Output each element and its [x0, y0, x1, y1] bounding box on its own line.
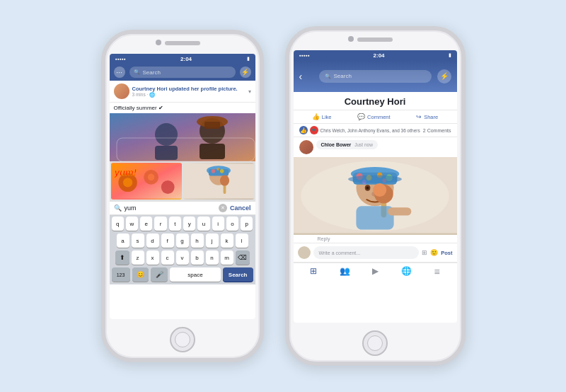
power-button[interactable]	[262, 98, 264, 126]
svg-point-20	[219, 169, 224, 173]
comment-label: Comment	[367, 114, 391, 120]
comment-content: Chloe Bower Just now	[316, 140, 378, 149]
key-t[interactable]: t	[169, 217, 181, 231]
comment-input-field[interactable]: Write a comment...	[313, 246, 420, 259]
key-n[interactable]: n	[206, 250, 219, 265]
left-statusbar: ●●●●● 2:04 ▮	[110, 54, 255, 64]
signal-icon: ●●●●●	[115, 57, 126, 61]
home-button-left[interactable]	[170, 327, 195, 352]
key-c[interactable]: c	[161, 250, 174, 265]
key-z[interactable]: z	[132, 250, 144, 265]
comment-button[interactable]: 💬 Comment	[357, 113, 391, 120]
yum-gif-svg: yum!	[111, 163, 182, 200]
back-button[interactable]: ‹	[299, 71, 303, 82]
dots-menu-icon[interactable]: ···	[114, 67, 125, 78]
power-button-right[interactable]	[463, 94, 466, 122]
commenter-name: Chloe Bower	[321, 142, 352, 147]
key-p[interactable]: p	[241, 217, 253, 231]
volume-up-button[interactable]	[101, 91, 103, 106]
fb-search-bar-left[interactable]: 🔍 Search	[129, 67, 236, 78]
post-comment-button[interactable]: Post	[441, 250, 452, 256]
svg-point-43	[373, 183, 386, 197]
post-chevron-icon[interactable]: ▾	[248, 88, 251, 95]
key-v[interactable]: v	[176, 250, 189, 265]
post-time: 3 mins · 🌐	[132, 92, 246, 98]
gif-main-image	[110, 113, 255, 161]
nav-tab-friends[interactable]: 👥	[340, 266, 350, 277]
gif-input-icon[interactable]: ⊞	[422, 249, 427, 256]
key-a[interactable]: a	[117, 234, 129, 248]
search-placeholder-left: Search	[143, 69, 161, 76]
key-w[interactable]: w	[126, 217, 138, 231]
love-reaction-icon: ❤	[310, 126, 318, 134]
key-l[interactable]: l	[236, 234, 248, 248]
share-button[interactable]: ↪ Share	[416, 113, 438, 120]
key-j[interactable]: j	[206, 234, 219, 248]
gif-search-clear-button[interactable]: ✕	[219, 204, 227, 212]
key-d[interactable]: d	[146, 234, 159, 248]
reply-link[interactable]: Reply	[294, 235, 457, 243]
backspace-key[interactable]: ⌫	[236, 250, 250, 265]
key-k[interactable]: k	[221, 234, 233, 248]
emoji-input-icon[interactable]: 🙂	[430, 249, 438, 256]
space-key[interactable]: space	[170, 267, 221, 282]
gif-cancel-button[interactable]: Cancel	[230, 204, 251, 212]
svg-rect-0	[110, 113, 255, 161]
keyboard-row-4: 123 😊 🎤 space Search	[110, 266, 255, 284]
reactions-names: Chris Welch, John Anthony Evans, and 36 …	[320, 128, 420, 133]
nav-tab-menu[interactable]: ≡	[434, 266, 440, 277]
emoji-key[interactable]: 😊	[132, 267, 149, 282]
messenger-icon-left[interactable]: ⚡	[240, 67, 251, 78]
nav-tab-home[interactable]: ⊞	[310, 266, 317, 277]
key-i[interactable]: i	[212, 217, 224, 231]
key-r[interactable]: r	[154, 217, 166, 231]
nav-tab-marketplace[interactable]: 🌐	[401, 266, 412, 277]
gif-cell-1[interactable]: yum!	[111, 163, 182, 200]
search-keyboard-button[interactable]: Search	[223, 267, 253, 282]
comment-input-icons: ⊞ 🙂	[422, 249, 438, 256]
svg-point-38	[366, 187, 369, 190]
gif-search-icon: 🔍	[114, 204, 122, 212]
key-g[interactable]: g	[176, 234, 189, 248]
nav-tab-video[interactable]: ▶	[372, 266, 379, 277]
svg-point-21	[216, 168, 219, 171]
time-left: 2:04	[180, 56, 192, 62]
key-y[interactable]: y	[183, 217, 195, 231]
post-body: Officially summer ✔	[110, 103, 255, 113]
keyboard-row-1: q w e r t y u i o p	[110, 215, 255, 232]
like-button[interactable]: 👍 Like	[312, 113, 332, 120]
volume-down-button[interactable]	[101, 110, 103, 126]
volume-down-button-right[interactable]	[285, 107, 287, 122]
gif-search-input-row: 🔍 yum ✕ Cancel	[110, 201, 255, 215]
signal-icon-right: ●●●●●	[299, 53, 310, 57]
key-o[interactable]: o	[226, 217, 238, 231]
gif-search-text[interactable]: yum	[125, 204, 216, 212]
mic-key[interactable]: 🎤	[151, 267, 168, 282]
key-e[interactable]: e	[140, 217, 152, 231]
key-h[interactable]: h	[191, 234, 204, 248]
child-gif-svg	[183, 163, 254, 200]
svg-rect-4	[200, 144, 225, 159]
numbers-key[interactable]: 123	[112, 267, 130, 282]
gif-cell-2[interactable]	[183, 163, 254, 200]
key-q[interactable]: q	[112, 217, 124, 231]
key-m[interactable]: m	[221, 250, 233, 265]
key-f[interactable]: f	[161, 234, 174, 248]
comment-bubble: Chloe Bower Just now	[316, 140, 378, 149]
key-b[interactable]: b	[191, 250, 204, 265]
volume-up-button-right[interactable]	[285, 87, 287, 103]
svg-rect-6	[204, 122, 220, 129]
share-label: Share	[424, 114, 438, 120]
like-reaction-icon: 👍	[299, 126, 308, 134]
key-s[interactable]: s	[132, 234, 144, 248]
shift-key[interactable]: ⬆	[115, 250, 129, 265]
key-x[interactable]: x	[146, 250, 159, 265]
comment-row: Chloe Bower Just now	[299, 140, 451, 154]
right-screen: ●●●●● 2:04 ▮ ‹ 🔍 Search ⚡ Courtney Hori …	[294, 50, 457, 323]
home-button-right[interactable]	[362, 330, 388, 356]
reactions-row: 👍 ❤ Chris Welch, John Anthony Evans, and…	[294, 124, 457, 137]
profile-cover-area: ‹ 🔍 Search ⚡	[294, 60, 457, 92]
fb-search-bar-right[interactable]: 🔍 Search	[319, 70, 432, 83]
key-u[interactable]: u	[197, 217, 209, 231]
messenger-icon-right[interactable]: ⚡	[437, 69, 451, 83]
